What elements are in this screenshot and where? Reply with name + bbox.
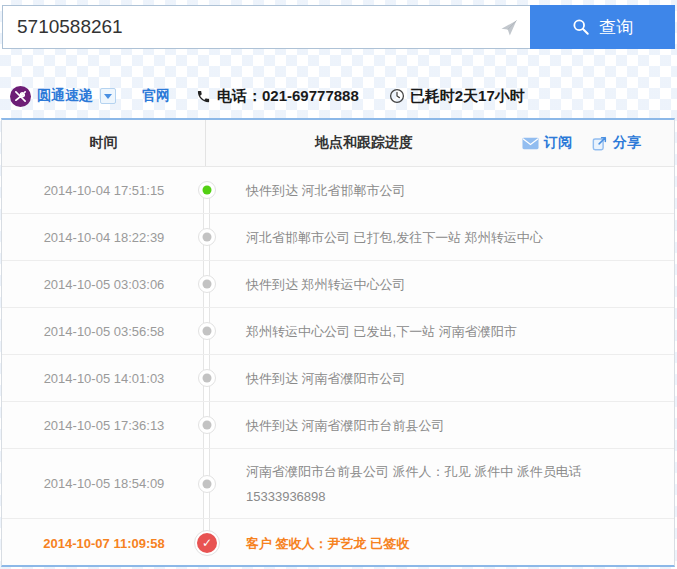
timeline-dot xyxy=(198,369,216,387)
subscribe-label: 订阅 xyxy=(544,134,572,152)
send-icon[interactable] xyxy=(499,18,519,38)
table-body: 2014-10-04 17:51:15 快件到达 河北省邯郸市公司 2014-1… xyxy=(2,167,674,567)
elapsed-time: 已耗时2天17小时 xyxy=(410,87,525,106)
query-button[interactable]: 查询 xyxy=(530,5,675,49)
share-icon xyxy=(592,135,608,151)
timeline-dot xyxy=(198,475,216,493)
tracking-row: 2014-10-04 17:51:15 快件到达 河北省邯郸市公司 xyxy=(2,167,674,214)
row-description: 快件到达 郑州转运中心公司 xyxy=(206,272,674,297)
phone-icon xyxy=(196,89,211,104)
row-description: 郑州转运中心公司 已发出,下一站 河南省濮阳市 xyxy=(206,319,674,344)
row-description: 河南省濮阳市台前县公司 派件人：孔见 派件中 派件员电话 15333936898 xyxy=(206,459,674,509)
timeline-dot xyxy=(198,416,216,434)
row-time: 2014-10-04 18:22:39 xyxy=(2,230,206,245)
carrier-name-link[interactable]: 圆通速递 xyxy=(37,87,93,105)
clock-icon xyxy=(389,88,405,104)
timeline-dot xyxy=(198,275,216,293)
row-time: 2014-10-05 18:54:09 xyxy=(2,476,206,491)
tracking-row: 2014-10-04 18:22:39 河北省邯郸市公司 已打包,发往下一站 郑… xyxy=(2,214,674,261)
row-time: 2014-10-07 11:09:58 xyxy=(2,536,206,551)
row-time: 2014-10-04 17:51:15 xyxy=(2,183,206,198)
query-button-label: 查询 xyxy=(599,16,633,39)
signed-check-icon: ✓ xyxy=(194,530,220,556)
row-description: 快件到达 河南省濮阳市公司 xyxy=(206,366,674,391)
subscribe-link[interactable]: 订阅 xyxy=(522,134,572,152)
timeline-dot-start xyxy=(198,181,216,199)
row-time: 2014-10-05 14:01:03 xyxy=(2,371,206,386)
timeline-dot xyxy=(198,228,216,246)
tracking-row: 2014-10-05 03:56:58 郑州转运中心公司 已发出,下一站 河南省… xyxy=(2,308,674,355)
timeline-dot xyxy=(198,322,216,340)
share-label: 分享 xyxy=(613,134,641,152)
search-icon xyxy=(572,18,590,36)
check-glyph: ✓ xyxy=(197,533,217,553)
row-time: 2014-10-05 03:03:06 xyxy=(2,277,206,292)
row-description: 快件到达 河北省邯郸市公司 xyxy=(206,178,674,203)
tracking-row-signed: 2014-10-07 11:09:58 ✓ 客户 签收人：尹艺龙 已签收 xyxy=(2,519,674,567)
carrier-dropdown-button[interactable] xyxy=(100,88,116,104)
tracking-table: 时间 地点和跟踪进度 订阅 分享 2014-10-04 17:51:15 xyxy=(1,118,675,567)
search-bar: 查询 xyxy=(2,5,675,49)
chevron-down-icon xyxy=(104,94,112,99)
tracking-row: 2014-10-05 18:54:09 河南省濮阳市台前县公司 派件人：孔见 派… xyxy=(2,449,674,519)
carrier-row: 圆通速递 官网 电话：021-69777888 已耗时2天17小时 xyxy=(10,84,675,108)
column-header-time: 时间 xyxy=(2,120,206,166)
tracking-row: 2014-10-05 17:36:13 快件到达 河南省濮阳市台前县公司 xyxy=(2,402,674,449)
row-time: 2014-10-05 03:56:58 xyxy=(2,324,206,339)
yto-logo-icon xyxy=(10,86,31,107)
share-link[interactable]: 分享 xyxy=(592,134,641,152)
row-description: 客户 签收人：尹艺龙 已签收 xyxy=(206,531,674,556)
envelope-icon xyxy=(522,137,539,150)
carrier-phone: 电话：021-69777888 xyxy=(217,87,359,106)
official-site-link[interactable]: 官网 xyxy=(142,87,170,105)
row-time: 2014-10-05 17:36:13 xyxy=(2,418,206,433)
tracking-row: 2014-10-05 03:03:06 快件到达 郑州转运中心公司 xyxy=(2,261,674,308)
table-header: 时间 地点和跟踪进度 订阅 分享 xyxy=(2,120,674,167)
tracking-number-input[interactable] xyxy=(2,5,530,49)
row-description: 河北省邯郸市公司 已打包,发往下一站 郑州转运中心 xyxy=(206,225,674,250)
tracking-row: 2014-10-05 14:01:03 快件到达 河南省濮阳市公司 xyxy=(2,355,674,402)
row-description: 快件到达 河南省濮阳市台前县公司 xyxy=(206,413,674,438)
column-header-progress: 地点和跟踪进度 xyxy=(206,120,522,166)
